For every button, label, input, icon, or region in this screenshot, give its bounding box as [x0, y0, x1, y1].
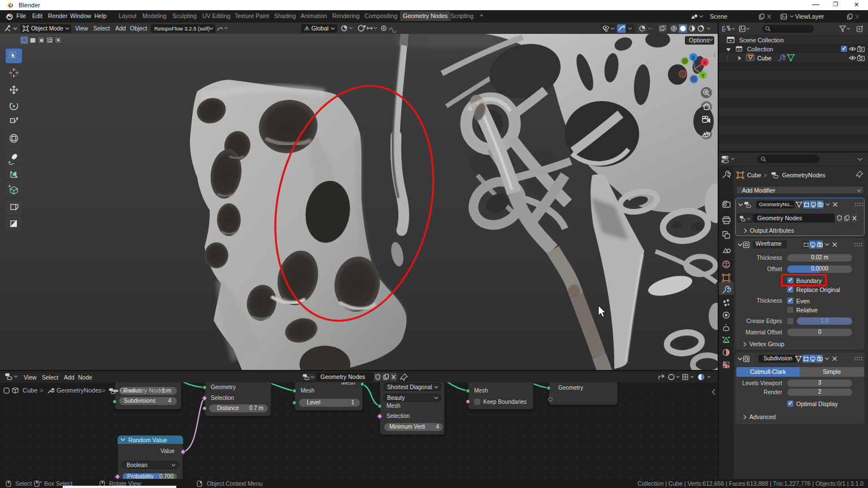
svg-text:X: X	[703, 60, 706, 66]
svg-text:Y: Y	[701, 73, 705, 79]
svg-text:Z: Z	[692, 55, 695, 60]
svg-text:Options: Options	[689, 37, 709, 43]
